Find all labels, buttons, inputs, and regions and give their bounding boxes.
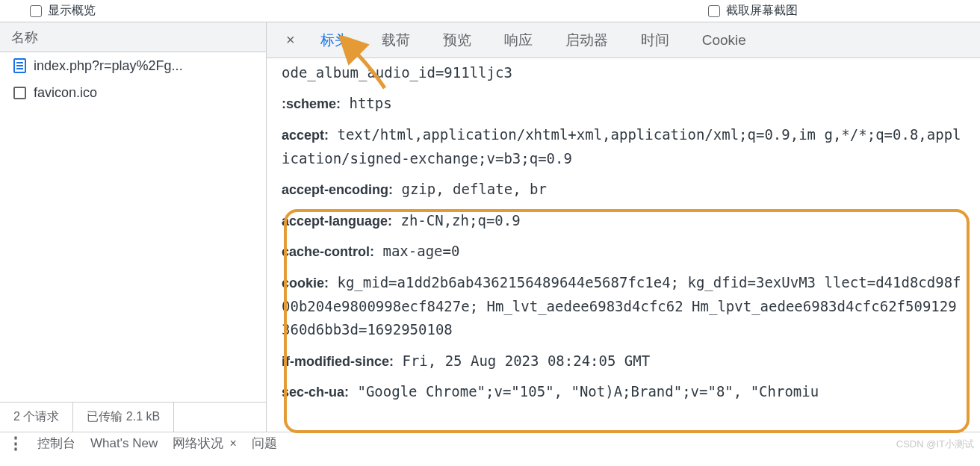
drawer-tab-whatsnew[interactable]: What's New <box>90 436 158 451</box>
header-row: accept-language: zh-CN,zh;q=0.9 <box>282 209 980 233</box>
header-key: sec-ch-ua: <box>282 385 349 400</box>
tab-response[interactable]: 响应 <box>488 22 549 58</box>
header-row: cookie: kg_mid=a1dd2b6ab4362156489644e56… <box>282 271 980 341</box>
header-key: accept-language: <box>282 214 392 229</box>
transferred-size: 已传输 2.1 kB <box>73 403 174 432</box>
header-row: accept: text/html,application/xhtml+xml,… <box>282 123 980 170</box>
header-row: ode_album_audio_id=911lljc3 <box>282 61 980 84</box>
header-row: if-modified-since: Fri, 25 Aug 2023 08:2… <box>282 350 980 373</box>
header-value: text/html,application/xhtml+xml,applicat… <box>282 126 961 167</box>
request-count: 2 个请求 <box>0 403 73 432</box>
toolbar: 显示概览 截取屏幕截图 <box>0 0 980 22</box>
header-value: ode_album_audio_id=911lljc3 <box>282 64 512 81</box>
image-icon <box>13 87 26 99</box>
request-name: index.php?r=play%2Fg... <box>34 58 183 74</box>
tab-bar: × 标头 载荷 预览 响应 启动器 时间 Cookie <box>267 22 980 58</box>
header-row: :scheme: https <box>282 92 980 116</box>
header-value: max-age=0 <box>374 243 459 259</box>
screenshot-label: 截取屏幕截图 <box>726 3 798 19</box>
header-row: cache-control: max-age=0 <box>282 240 980 264</box>
show-overview-checkbox[interactable] <box>30 5 42 17</box>
tab-timing[interactable]: 时间 <box>624 22 686 58</box>
header-key: cache-control: <box>282 244 374 259</box>
header-key: :scheme: <box>282 96 341 111</box>
close-icon[interactable]: × <box>223 437 237 450</box>
show-overview-group[interactable]: 显示概览 <box>30 3 96 19</box>
name-column-header[interactable]: 名称 <box>0 22 266 52</box>
header-value: kg_mid=a1dd2b6ab4362156489644e5687fc1e4;… <box>282 274 961 338</box>
screenshot-group[interactable]: 截取屏幕截图 <box>708 3 798 19</box>
tab-cookies[interactable]: Cookie <box>686 22 763 58</box>
header-key: accept: <box>282 128 329 143</box>
drawer-tabs: ⋮ 控制台 What's New 网络状况 × 问题 <box>0 432 980 454</box>
header-value: "Google Chrome";v="105", "Not)A;Brand";v… <box>349 383 819 400</box>
drawer-tab-issues[interactable]: 问题 <box>252 435 277 452</box>
screenshot-checkbox[interactable] <box>708 5 720 17</box>
headers-content[interactable]: ode_album_audio_id=911lljc3 :scheme: htt… <box>267 58 980 432</box>
main-content: 名称 index.php?r=play%2Fg... favicon.ico 2… <box>0 22 980 432</box>
header-row: sec-ch-ua: "Google Chrome";v="105", "Not… <box>282 380 980 404</box>
request-name: favicon.ico <box>34 85 97 101</box>
tab-headers[interactable]: 标头 <box>304 22 365 58</box>
drawer-tab-network-conditions[interactable]: 网络状况 × <box>173 435 237 452</box>
header-value: gzip, deflate, br <box>393 181 547 197</box>
document-icon <box>13 58 26 73</box>
tab-initiator[interactable]: 启动器 <box>549 22 624 58</box>
more-icon[interactable]: ⋮ <box>7 434 22 453</box>
header-value: https <box>341 95 392 111</box>
header-value: Fri, 25 Aug 2023 08:24:05 GMT <box>394 352 650 369</box>
tab-payload[interactable]: 载荷 <box>365 22 427 58</box>
close-icon[interactable]: × <box>277 31 304 49</box>
request-summary: 2 个请求 已传输 2.1 kB <box>0 402 266 432</box>
header-key: accept-encoding: <box>282 182 393 197</box>
header-key: if-modified-since: <box>282 354 394 369</box>
drawer-tab-console[interactable]: 控制台 <box>37 435 75 452</box>
list-item[interactable]: index.php?r=play%2Fg... <box>0 52 266 79</box>
show-overview-label: 显示概览 <box>48 3 96 19</box>
detail-panel: × 标头 载荷 预览 响应 启动器 时间 Cookie ode_album_au… <box>267 22 980 432</box>
request-list: index.php?r=play%2Fg... favicon.ico <box>0 52 266 402</box>
header-value: zh-CN,zh;q=0.9 <box>392 212 521 229</box>
header-key: cookie: <box>282 276 329 291</box>
tab-preview[interactable]: 预览 <box>427 22 488 58</box>
list-item[interactable]: favicon.ico <box>0 79 266 106</box>
header-row: accept-encoding: gzip, deflate, br <box>282 178 980 202</box>
watermark: CSDN @IT小测试 <box>896 438 974 451</box>
request-list-panel: 名称 index.php?r=play%2Fg... favicon.ico 2… <box>0 22 267 432</box>
